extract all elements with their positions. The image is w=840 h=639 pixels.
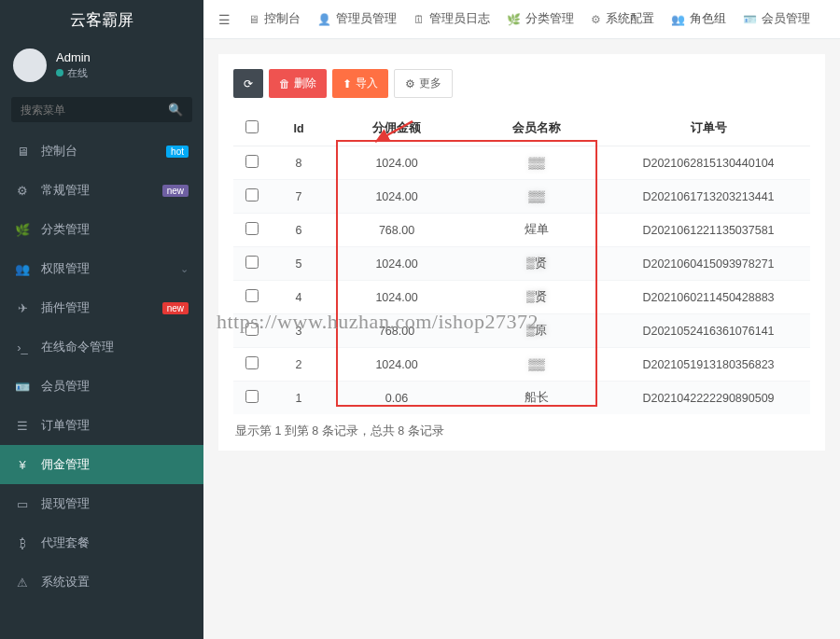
topnav-label: 控制台 [264,11,301,27]
col-header-4[interactable]: 订单号 [607,111,810,146]
cell-order: D2021052416361076141 [607,314,810,348]
nav-badge: new [162,302,189,314]
nav-label: 代理套餐 [41,535,189,551]
row-checkbox[interactable] [245,188,259,201]
sidebar-item-11[interactable]: ⚠系统设置 [0,563,203,602]
sidebar-item-0[interactable]: 🖥控制台hot [0,132,203,171]
topnav-icon: 🗓 [413,13,425,26]
topnav-item-0[interactable]: 🖥控制台 [240,11,309,27]
cell-member: 煋单 [467,214,607,247]
row-checkbox[interactable] [245,323,259,336]
topnav-icon: 🖥 [248,13,259,26]
sidebar-item-8[interactable]: ¥佣金管理 [0,445,203,484]
nav-icon: 🌿 [15,223,30,237]
sidebar: 云客霸屏 Admin 在线 🔍 🖥控制台hot⚙常规管理new🌿分类管理👥权限管… [0,0,203,639]
cell-amount: 1024.00 [327,180,467,214]
sidebar-item-2[interactable]: 🌿分类管理 [0,210,203,249]
row-checkbox[interactable] [245,390,259,403]
menu-toggle-icon[interactable]: ☰ [213,12,236,27]
nav-label: 系统设置 [41,574,189,590]
col-header-3[interactable]: 会员名称 [467,111,607,146]
cell-member: ▒▒ [467,146,607,180]
cell-member: 船长 [467,382,607,415]
nav-label: 插件管理 [41,299,162,316]
cell-order: D2021061713203213441 [607,180,810,214]
col-header-1[interactable]: Id [271,111,327,146]
sidebar-item-4[interactable]: ✈插件管理new [0,288,203,327]
col-header-2[interactable]: 分佣金额 [327,111,467,146]
row-checkbox[interactable] [245,356,259,369]
cell-id: 3 [271,314,327,348]
cell-order: D2021062815130440104 [607,146,810,180]
sidebar-item-5[interactable]: ›_在线命令管理 [0,327,203,367]
topnav-label: 角色组 [690,11,726,27]
table-row: 51024.00▒贤D2021060415093978271 [233,247,810,281]
cell-amount: 1024.00 [327,348,467,382]
table-row: 6768.00煋单D2021061221135037581 [233,214,810,247]
topnav-icon: 👤 [317,13,331,26]
app-logo: 云客霸屏 [0,0,203,39]
cell-amount: 1024.00 [327,281,467,314]
table-row: 41024.00▒贤D2021060211450428883 [233,281,810,314]
more-button[interactable]: ⚙更多 [394,69,453,98]
import-button[interactable]: ⬆导入 [332,69,388,98]
cell-member: ▒贤 [467,281,607,314]
table-row: 21024.00▒▒D2021051913180356823 [233,348,810,382]
refresh-button[interactable]: ⟳ [233,69,263,98]
topnav-label: 会员管理 [762,11,810,27]
user-block: Admin 在线 [0,39,203,91]
pager-info: 显示第 1 到第 8 条记录，总共 8 条记录 [235,424,808,439]
cell-id: 4 [271,281,327,314]
cell-order: D2021051913180356823 [607,348,810,382]
trash-icon: 🗑 [279,77,290,90]
chevron-down-icon: ⌄ [180,263,189,275]
row-checkbox[interactable] [245,222,259,235]
table-row: 71024.00▒▒D2021061713203213441 [233,180,810,214]
cell-amount: 768.00 [327,314,467,348]
avatar [13,49,47,82]
topnav-item-3[interactable]: 🌿分类管理 [498,11,582,27]
topnav-item-2[interactable]: 🗓管理员日志 [405,11,498,27]
topnav-icon: ⚙ [591,13,601,26]
cell-member: ▒原 [467,314,607,348]
cell-amount: 1024.00 [327,146,467,180]
row-checkbox[interactable] [245,256,259,269]
nav-label: 在线命令管理 [41,339,189,355]
cell-id: 7 [271,180,327,214]
topnav-item-5[interactable]: 👥角色组 [663,11,735,27]
user-status: 在线 [56,66,91,80]
cell-id: 1 [271,382,327,415]
topbar: ☰ 🖥控制台👤管理员管理🗓管理员日志🌿分类管理⚙系统配置👥角色组🪪会员管理 [203,0,840,39]
sidebar-item-7[interactable]: ☰订单管理 [0,406,203,445]
col-header-0 [233,111,271,146]
row-checkbox[interactable] [245,289,259,302]
cell-member: ▒▒ [467,180,607,214]
search-input[interactable] [21,104,168,117]
sidebar-item-3[interactable]: 👥权限管理⌄ [0,249,203,288]
topnav-item-4[interactable]: ⚙系统配置 [582,11,663,27]
sidebar-item-10[interactable]: ₿代理套餐 [0,523,203,563]
cell-id: 8 [271,146,327,180]
topnav-label: 管理员日志 [429,11,490,27]
delete-button[interactable]: 🗑删除 [269,69,327,98]
upload-icon: ⬆ [343,77,352,90]
gear-icon: ⚙ [405,77,415,90]
sidebar-item-6[interactable]: 🪪会员管理 [0,367,203,406]
table-row: 81024.00▒▒D2021062815130440104 [233,146,810,180]
nav-icon: 🖥 [15,145,30,159]
sidebar-item-9[interactable]: ▭提现管理 [0,484,203,523]
nav-label: 佣金管理 [41,456,189,473]
sidebar-item-1[interactable]: ⚙常规管理new [0,171,203,210]
topnav-item-6[interactable]: 🪪会员管理 [735,11,819,27]
toolbar: ⟳ 🗑删除 ⬆导入 ⚙更多 [233,69,810,98]
nav-badge: hot [166,146,189,158]
cell-amount: 0.06 [327,382,467,415]
sidebar-search[interactable]: 🔍 [11,97,192,122]
cell-member: ▒▒ [467,348,607,382]
topnav-item-1[interactable]: 👤管理员管理 [309,11,405,27]
sidebar-nav: 🖥控制台hot⚙常规管理new🌿分类管理👥权限管理⌄✈插件管理new›_在线命令… [0,132,203,602]
select-all-checkbox[interactable] [245,120,259,133]
cell-id: 6 [271,214,327,247]
nav-icon: ⚙ [15,184,30,198]
row-checkbox[interactable] [245,155,259,168]
